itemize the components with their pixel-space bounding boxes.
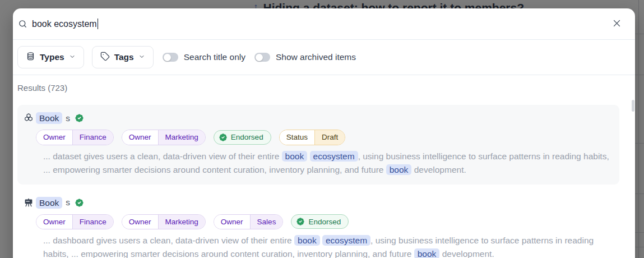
snippet-match-highlight: ecosystem <box>310 151 358 162</box>
result-title: Books <box>36 197 610 209</box>
tag-key: Owner <box>122 215 158 229</box>
types-filter-label: Types <box>40 52 64 62</box>
close-button[interactable] <box>610 16 624 32</box>
snippet-text <box>307 151 309 161</box>
endorsed-badge: Endorsed <box>291 214 349 229</box>
show-archived-toggle-group: Show archived items <box>254 52 356 62</box>
search-bar: book ecosystem <box>13 8 635 40</box>
chevron-down-icon <box>138 52 145 62</box>
tag-pill-owner-marketing: OwnerMarketing <box>122 130 206 145</box>
endorsed-badge: Endorsed <box>214 130 271 145</box>
tag-value: Finance <box>72 215 113 229</box>
snippet-text: development. <box>411 165 466 174</box>
snippet-match-highlight: ecosystem <box>322 235 370 246</box>
tag-key: Status <box>280 130 314 145</box>
toggle-knob <box>164 54 171 61</box>
tag-key: Owner <box>214 215 250 229</box>
chevron-down-icon <box>69 52 76 62</box>
endorsed-label: Endorsed <box>231 133 263 141</box>
verified-seal-icon <box>75 198 84 208</box>
tag-value: Draft <box>314 130 345 145</box>
result-snippet: ... dashboard gives users a clean, data-… <box>43 234 609 258</box>
tag-value: Finance <box>72 130 113 145</box>
search-title-only-toggle[interactable] <box>163 53 178 62</box>
search-result[interactable]: BooksOwnerFinanceOwnerMarketingOwnerSale… <box>17 190 619 258</box>
result-title: Books <box>36 112 610 124</box>
show-archived-label: Show archived items <box>276 52 356 62</box>
results-count: Results (723) <box>17 83 635 93</box>
show-archived-toggle[interactable] <box>254 53 270 62</box>
filter-bar: Types Tags Search title only <box>13 40 635 75</box>
tag-value: Marketing <box>158 215 205 229</box>
types-filter-button[interactable]: Types <box>17 46 84 68</box>
tag-pill-owner-finance: OwnerFinance <box>36 130 114 145</box>
dataset-cluster-icon <box>24 113 34 123</box>
snippet-text: ... dataset gives users a clean, data-dr… <box>43 151 282 161</box>
snippet-text: ... dashboard gives users a clean, data-… <box>43 236 294 245</box>
tags-filter-label: Tags <box>114 52 134 62</box>
tag-pill-owner-finance: OwnerFinance <box>36 214 114 230</box>
search-input-value: book ecosystem <box>32 19 97 29</box>
search-title-only-toggle-group: Search title only <box>163 52 245 62</box>
tag-pill-owner-sales: OwnerSales <box>214 214 284 230</box>
text-caret <box>98 19 99 29</box>
tag-key: Owner <box>122 130 158 145</box>
database-icon <box>26 52 35 63</box>
search-modal: book ecosystem Types <box>13 8 635 258</box>
title-match-highlight: Book <box>36 197 62 209</box>
tag-key: Owner <box>36 130 72 145</box>
tag-pill-owner-marketing: OwnerMarketing <box>122 214 206 230</box>
endorsed-seal-icon <box>296 217 305 226</box>
tag-value: Sales <box>250 215 283 229</box>
screen: ↑ Hiding a dataset: how to report it to … <box>0 0 644 258</box>
snippet-match-highlight: book <box>386 164 412 175</box>
result-tags: OwnerFinanceOwnerMarketingOwnerSalesEndo… <box>36 214 610 230</box>
result-snippet: ... dataset gives users a clean, data-dr… <box>43 150 609 177</box>
tag-value: Marketing <box>158 130 205 145</box>
results-section: Results (723) BooksOwnerFinanceOwnerMark… <box>13 75 635 258</box>
endorsed-label: Endorsed <box>308 218 341 226</box>
search-result[interactable]: BooksOwnerFinanceOwnerMarketingEndorsedS… <box>17 105 619 185</box>
endorsed-seal-icon <box>219 133 228 142</box>
tag-icon <box>100 52 110 63</box>
close-icon <box>612 19 622 30</box>
toggle-knob <box>256 54 263 61</box>
title-rest: s <box>66 197 70 208</box>
search-icon <box>18 19 27 29</box>
search-title-only-label: Search title only <box>184 52 245 62</box>
snippet-match-highlight: book <box>414 248 440 258</box>
verified-seal-icon <box>75 113 84 123</box>
dashboard-easel-icon <box>24 197 34 208</box>
tag-key: Owner <box>36 215 72 229</box>
results-list: BooksOwnerFinanceOwnerMarketingEndorsedS… <box>17 105 635 258</box>
snippet-match-highlight: book <box>282 151 308 162</box>
scrollbar-thumb[interactable] <box>632 100 634 112</box>
result-tags: OwnerFinanceOwnerMarketingEndorsedStatus… <box>36 130 610 145</box>
title-rest: s <box>66 113 70 123</box>
title-match-highlight: Book <box>36 112 62 124</box>
tag-pill-status-draft: StatusDraft <box>279 130 346 145</box>
search-input[interactable]: book ecosystem <box>32 19 635 29</box>
tags-filter-button[interactable]: Tags <box>92 46 154 68</box>
snippet-text: development. <box>439 249 494 258</box>
snippet-match-highlight: book <box>294 235 320 246</box>
